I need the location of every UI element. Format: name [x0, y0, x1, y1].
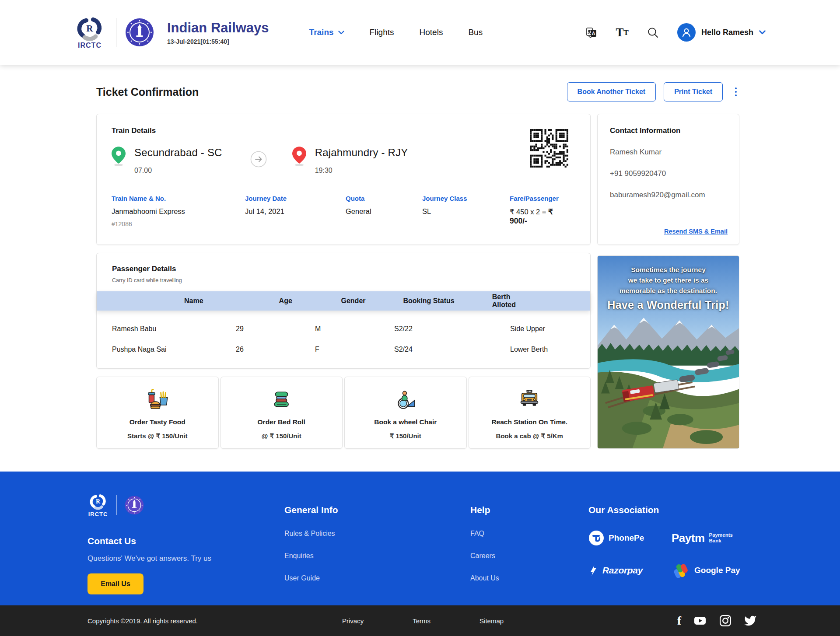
table-row: Pushpa Naga Sai 26 F S2/24 Lower Berth: [97, 339, 590, 360]
paytm-label: Paytm: [672, 531, 705, 545]
service-price: Book a cab @ ₹ 5/Km: [469, 432, 591, 440]
chevron-down-icon: [338, 31, 344, 35]
phonepe-icon: [588, 530, 604, 546]
resend-sms-email-link[interactable]: Resend SMS & Email: [664, 228, 728, 235]
footer-link-faq[interactable]: FAQ: [470, 530, 588, 538]
nav-item-bus[interactable]: Bus: [468, 28, 483, 37]
contact-information-card: Contact Information Ramesh Kumar +91 905…: [597, 114, 739, 245]
brand-area: R IRCTC Indian Railways 13-Jul-2021[01:5…: [72, 15, 269, 49]
contact-name: Ramesh Kumar: [610, 148, 727, 157]
destination-pin-icon: [292, 147, 306, 167]
brand-title-block: Indian Railways 13-Jul-2021[01:55:40]: [167, 20, 269, 45]
train-details-card: Train Details Secundrabad - SC 07.00: [96, 114, 591, 245]
promo-line-3: memorable as the destination.: [598, 286, 739, 296]
gpay-icon: [672, 562, 690, 579]
wheelchair-icon: [345, 387, 466, 411]
col-age: Age: [264, 297, 326, 305]
origin-pin-icon: [112, 147, 126, 167]
destination-station: Rajahmundry - RJY 19:30: [292, 147, 408, 175]
print-ticket-button[interactable]: Print Ticket: [664, 82, 723, 101]
promo-text: Sometimes the journey we take to get the…: [598, 265, 739, 311]
field-value: SL: [422, 207, 505, 216]
text-size-small-glyph: T: [624, 29, 629, 36]
field-label: Quota: [346, 195, 418, 202]
phonepe-label: PhonePe: [609, 533, 644, 543]
text-size-large-glyph: T: [616, 27, 624, 38]
passenger-table: Name Age Gender Booking Status Berth All…: [97, 291, 590, 360]
route-arrow-icon: [250, 151, 267, 168]
field-label: Train Name & No.: [112, 195, 241, 202]
ticket-qr-code: [530, 129, 568, 168]
privacy-link[interactable]: Privacy: [342, 617, 364, 625]
bedroll-icon: [221, 387, 343, 411]
avatar: [677, 23, 696, 42]
book-wheelchair-tile[interactable]: Book a wheel Chair ₹ 150/Unit: [344, 377, 467, 449]
footer-link-rules-policies[interactable]: Rules & Policies: [284, 530, 470, 538]
fare-value: ₹ 450 x 2 = ₹ 900/-: [510, 207, 571, 226]
nav-item-flights[interactable]: Flights: [370, 28, 394, 37]
bottom-links: Privacy Terms Sitemap: [342, 617, 504, 625]
brand-divider: [116, 18, 116, 47]
service-title: Book a wheel Chair: [345, 418, 466, 426]
passenger-booking-status: S2/22: [379, 325, 495, 333]
youtube-icon[interactable]: [693, 614, 707, 627]
contact-phone: +91 9059920470: [610, 169, 727, 178]
book-cab-tile[interactable]: Reach Station On Time. Book a cab @ ₹ 5/…: [469, 377, 591, 449]
passenger-gender: F: [300, 346, 379, 353]
footer-help-column: Help FAQ Careers About Us: [470, 472, 588, 605]
service-title: Order Bed Roll: [221, 418, 343, 426]
translate-icon[interactable]: A: [585, 26, 598, 38]
user-greeting: Hello Ramesh: [701, 28, 753, 37]
passenger-name: Pushpa Naga Sai: [97, 346, 220, 353]
paytm-sublabel: PaymentsBank: [709, 532, 733, 544]
destination-time: 19:30: [315, 167, 408, 175]
order-bedroll-tile[interactable]: Order Bed Roll @ ₹ 150/Unit: [220, 377, 343, 449]
sitemap-link[interactable]: Sitemap: [480, 617, 504, 625]
general-info-heading: General Info: [284, 505, 470, 515]
text-size-icon[interactable]: TT: [616, 27, 629, 38]
footer-link-careers[interactable]: Careers: [470, 552, 588, 560]
search-icon[interactable]: [647, 27, 659, 38]
person-icon: [681, 27, 692, 38]
footer-link-enquiries[interactable]: Enquiries: [284, 552, 470, 560]
facebook-icon[interactable]: f: [677, 614, 681, 628]
field-value: Jul 14, 2021: [245, 207, 341, 216]
irctc-logo: R IRCTC: [72, 15, 107, 49]
nav-hotels-label: Hotels: [420, 28, 443, 37]
passenger-booking-status: S2/24: [379, 346, 495, 353]
irctc-wordmark: IRCTC: [72, 42, 107, 49]
footer-contact-column: R IRCTC Contact Us Questions' We've got: [88, 472, 284, 605]
destination-station-name: Rajahmundry - RJY: [315, 147, 408, 159]
footer-logos: R IRCTC: [88, 493, 284, 517]
train-details-heading: Train Details: [112, 126, 575, 135]
passenger-age: 29: [220, 325, 300, 333]
service-title: Reach Station On Time.: [469, 418, 591, 426]
terms-link[interactable]: Terms: [413, 617, 430, 625]
fare-calculation: ₹ 450 x 2 =: [510, 208, 548, 216]
social-icons: f: [677, 614, 757, 628]
service-price: @ ₹ 150/Unit: [221, 432, 343, 440]
service-price: Starts @ ₹ 150/Unit: [97, 432, 218, 440]
promo-banner: Sometimes the journey we take to get the…: [597, 255, 739, 449]
twitter-icon[interactable]: [744, 614, 757, 627]
footer-link-about-us[interactable]: About Us: [470, 574, 588, 582]
razorpay-label: Razorpay: [602, 565, 643, 576]
book-another-ticket-button[interactable]: Book Another Ticket: [567, 82, 656, 101]
user-menu[interactable]: Hello Ramesh: [677, 23, 766, 42]
passenger-name: Ramesh Babu: [97, 325, 220, 333]
route-row: Secundrabad - SC 07.00: [112, 147, 575, 175]
nav-item-hotels[interactable]: Hotels: [420, 28, 443, 37]
app-header: R IRCTC Indian Railways 13-Jul-2021[01:5…: [0, 0, 840, 65]
order-food-tile[interactable]: Order Tasty Food Starts @ ₹ 150/Unit: [96, 377, 219, 449]
help-heading: Help: [470, 505, 588, 515]
nav-item-trains[interactable]: Trains: [309, 28, 344, 37]
footer-link-user-guide[interactable]: User Guide: [284, 574, 470, 582]
svg-text:R: R: [96, 498, 101, 505]
field-value: General: [346, 207, 418, 216]
more-options-icon[interactable]: [732, 86, 739, 98]
col-name: Name: [169, 297, 264, 305]
col-booking-status: Booking Status: [388, 297, 476, 305]
instagram-icon[interactable]: [719, 614, 732, 627]
email-us-button[interactable]: Email Us: [88, 573, 144, 594]
footer-irctc-wordmark: IRCTC: [88, 511, 108, 517]
